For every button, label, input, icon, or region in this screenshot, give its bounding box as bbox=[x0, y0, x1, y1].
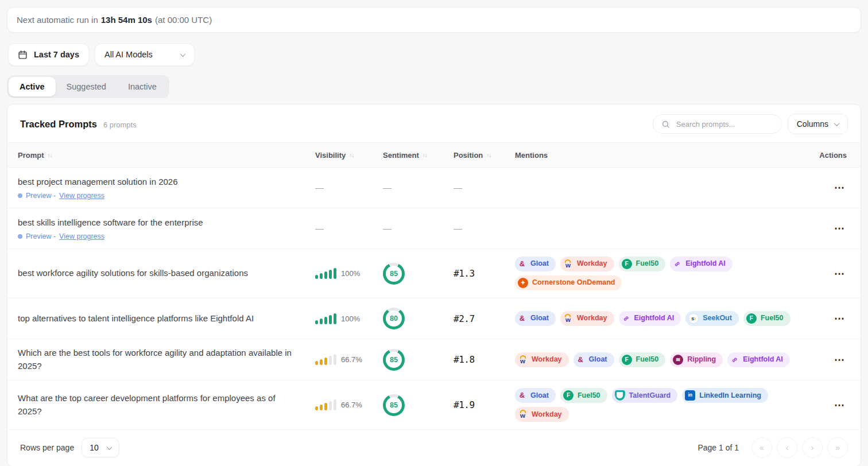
sort-icon: ↑↓ bbox=[48, 152, 52, 158]
mention-badge-eightfold: ∞Eightfold AI bbox=[670, 257, 733, 271]
column-header-sentiment[interactable]: Sentiment ↑↓ bbox=[383, 151, 454, 160]
visibility-bars-icon bbox=[315, 399, 336, 410]
date-range-button[interactable]: Last 7 days bbox=[8, 43, 89, 66]
fuel50-icon: F bbox=[563, 390, 574, 401]
sort-icon: ↑↓ bbox=[486, 152, 491, 158]
columns-button[interactable]: Columns bbox=[788, 114, 848, 134]
tab-inactive[interactable]: Inactive bbox=[117, 77, 168, 96]
row-actions-button[interactable]: ⋯ bbox=[832, 398, 847, 413]
mention-label: Rippling bbox=[687, 355, 716, 365]
preview-status: Preview -View progress bbox=[18, 232, 315, 240]
row-actions-button[interactable]: ⋯ bbox=[832, 352, 847, 367]
table-row[interactable]: best project management solution in 2026… bbox=[7, 168, 861, 208]
prompt-text: best workforce agility solutions for ski… bbox=[18, 267, 292, 280]
prompt-cell: top alternatives to talent intelligence … bbox=[18, 312, 315, 325]
visibility-bars-icon bbox=[315, 268, 336, 279]
column-header-position[interactable]: Position ↑↓ bbox=[454, 151, 515, 160]
prompt-text: What are the top career development plat… bbox=[18, 392, 292, 418]
mention-badge-fuel50: FFuel50 bbox=[619, 352, 666, 367]
row-actions-button[interactable]: ⋯ bbox=[832, 221, 847, 236]
empty-value: — bbox=[315, 182, 324, 192]
sentiment-cell: — bbox=[383, 182, 454, 193]
sort-icon: ↑↓ bbox=[349, 152, 354, 158]
sentiment-cell: 85 bbox=[383, 263, 454, 285]
mention-badge-fuel50: FFuel50 bbox=[619, 257, 666, 271]
date-range-label: Last 7 days bbox=[34, 50, 79, 59]
sentiment-cell: 85 bbox=[383, 349, 454, 371]
rows-per-page-value: 10 bbox=[90, 443, 99, 452]
mention-label: Workday bbox=[532, 410, 562, 420]
mention-badge-eightfold: ∞Eightfold AI bbox=[619, 311, 681, 326]
position-cell: #1.8 bbox=[454, 354, 515, 365]
sentiment-cell: 85 bbox=[383, 394, 454, 416]
mention-label: Eightfold AI bbox=[743, 355, 783, 365]
empty-value: — bbox=[383, 182, 392, 192]
mention-label: Eightfold AI bbox=[634, 313, 675, 324]
mention-label: Gloat bbox=[530, 259, 549, 269]
workday-icon: w bbox=[563, 259, 573, 269]
table-row[interactable]: top alternatives to talent intelligence … bbox=[7, 298, 861, 339]
tab-suggested[interactable]: Suggested bbox=[56, 77, 117, 96]
search-input[interactable] bbox=[675, 119, 773, 129]
position-value: #1.8 bbox=[454, 354, 475, 365]
fuel50-icon: F bbox=[746, 313, 757, 324]
prompt-cell: What are the top career development plat… bbox=[18, 392, 315, 418]
mention-badge-workday: wWorkday bbox=[515, 407, 569, 422]
column-header-prompt[interactable]: Prompt ↑↓ bbox=[18, 151, 315, 160]
first-page-button[interactable]: « bbox=[751, 437, 772, 458]
column-header-visibility[interactable]: Visibility ↑↓ bbox=[315, 151, 383, 160]
tab-active[interactable]: Active bbox=[9, 77, 56, 96]
next-page-button[interactable]: › bbox=[802, 437, 823, 458]
position-cell: #2.7 bbox=[454, 313, 515, 324]
page-indicator: Page 1 of 1 bbox=[698, 443, 739, 452]
eightfold-ai-icon: ∞ bbox=[728, 353, 741, 367]
mention-badge-talentguard: TalentGuard bbox=[612, 388, 678, 403]
preview-dot-icon bbox=[18, 234, 22, 239]
prompt-cell: Which are the best tools for workforce a… bbox=[18, 347, 315, 372]
search-box[interactable] bbox=[653, 114, 782, 134]
next-run-prefix: Next automatic run in bbox=[17, 15, 98, 25]
mention-badge-gloat: &Gloat bbox=[574, 352, 614, 367]
empty-value: — bbox=[454, 223, 462, 233]
actions-cell: ⋯ bbox=[810, 352, 847, 367]
page: Next automatic run in 13h 54m 10s (at 00… bbox=[0, 0, 868, 466]
view-progress-link[interactable]: View progress bbox=[59, 192, 104, 200]
row-actions-button[interactable]: ⋯ bbox=[832, 180, 847, 195]
mention-label: Workday bbox=[532, 355, 562, 365]
position-cell: #1.9 bbox=[454, 399, 515, 410]
row-actions-button[interactable]: ⋯ bbox=[832, 266, 847, 281]
mention-label: LinkedIn Learning bbox=[699, 391, 761, 401]
prev-page-button[interactable]: ‹ bbox=[777, 437, 797, 458]
workday-icon: w bbox=[518, 409, 528, 420]
last-page-button[interactable]: » bbox=[827, 437, 848, 458]
row-actions-button[interactable]: ⋯ bbox=[832, 311, 847, 326]
rows-per-page-select[interactable]: 10 bbox=[82, 438, 119, 457]
table-row[interactable]: best workforce agility solutions for ski… bbox=[7, 249, 861, 298]
mention-badge-eightfold: ∞Eightfold AI bbox=[727, 352, 790, 367]
next-run-countdown: 13h 54m 10s bbox=[101, 15, 152, 25]
eightfold-ai-icon: ∞ bbox=[619, 312, 632, 325]
visibility-percent: 100% bbox=[341, 269, 360, 278]
visibility-percent: 100% bbox=[341, 314, 360, 323]
position-cell: — bbox=[454, 182, 515, 193]
column-header-mentions: Mentions bbox=[515, 151, 810, 160]
visibility-bars-icon bbox=[315, 354, 336, 365]
mention-label: Gloat bbox=[530, 391, 549, 401]
sentiment-score: 80 bbox=[386, 310, 402, 327]
sort-icon: ↑↓ bbox=[423, 152, 427, 158]
table-row[interactable]: What are the top career development plat… bbox=[7, 380, 861, 430]
ai-models-select[interactable]: All AI Models bbox=[95, 43, 195, 66]
table-row[interactable]: Which are the best tools for workforce a… bbox=[7, 339, 861, 380]
table-row[interactable]: best skills intelligence software for th… bbox=[7, 208, 861, 249]
mention-badge-fuel50: FFuel50 bbox=[743, 311, 790, 326]
position-value: #1.3 bbox=[454, 268, 475, 279]
view-progress-link[interactable]: View progress bbox=[59, 232, 104, 240]
mentions-cell: &GloatwWorkdayFFuel50∞Eightfold AI✦Corne… bbox=[515, 257, 810, 290]
visibility-bars-icon bbox=[315, 313, 336, 324]
visibility-cell: 66.7% bbox=[315, 354, 383, 365]
mentions-cell: &GloatwWorkday∞Eightfold AIs›SeekOutFFue… bbox=[515, 311, 810, 326]
sentiment-ring: 80 bbox=[383, 308, 405, 329]
gloat-icon: & bbox=[518, 259, 526, 269]
chevron-down-icon bbox=[834, 121, 840, 126]
mention-label: Workday bbox=[577, 313, 607, 324]
